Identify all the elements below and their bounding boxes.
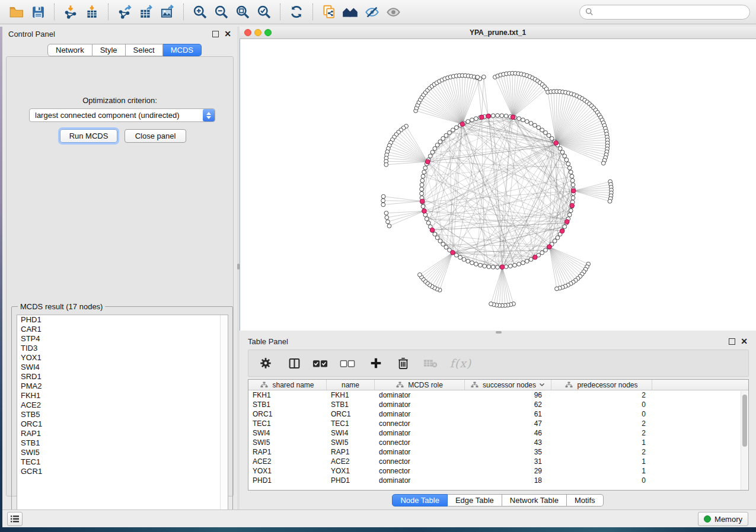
- graph-node[interactable]: [500, 114, 504, 118]
- graph-node[interactable]: [529, 121, 533, 126]
- list-item[interactable]: TEC1: [17, 457, 228, 467]
- delete-column-button[interactable]: [394, 354, 412, 372]
- show-details-button[interactable]: [382, 2, 404, 21]
- graph-node[interactable]: [537, 126, 541, 130]
- list-item[interactable]: PMA2: [17, 382, 228, 391]
- graph-node[interactable]: [474, 117, 479, 121]
- graph-node[interactable]: [441, 136, 445, 140]
- graph-node[interactable]: [420, 191, 424, 196]
- search-field[interactable]: [579, 5, 750, 20]
- graph-node[interactable]: [558, 146, 562, 150]
- graph-node[interactable]: [462, 258, 466, 262]
- export-network-button[interactable]: [114, 2, 135, 21]
- graph-node-mcds[interactable]: [460, 122, 465, 127]
- graph-node[interactable]: [489, 302, 493, 306]
- zoom-selected-button[interactable]: [253, 2, 275, 21]
- graph-node[interactable]: [421, 204, 425, 209]
- graph-node[interactable]: [384, 163, 388, 167]
- column-header-name[interactable]: name: [327, 380, 375, 390]
- graph-node[interactable]: [564, 158, 569, 162]
- tab-select[interactable]: Select: [126, 44, 163, 56]
- table-row[interactable]: SWI5SWI5connector431: [248, 438, 748, 447]
- column-header-MCDS-role[interactable]: MCDS role: [375, 380, 465, 390]
- graph-node[interactable]: [386, 220, 390, 224]
- graph-node[interactable]: [385, 216, 389, 220]
- search-input[interactable]: [594, 8, 744, 17]
- graph-node[interactable]: [426, 221, 430, 225]
- graph-node[interactable]: [418, 273, 422, 277]
- graph-node[interactable]: [563, 154, 567, 158]
- graph-node[interactable]: [474, 262, 479, 266]
- table-row[interactable]: STB1STB1dominator620: [248, 400, 748, 409]
- table-row[interactable]: ACE2ACE2connector311: [248, 457, 748, 466]
- table-row[interactable]: ORC1ORC1dominator610: [248, 409, 748, 419]
- tab-network[interactable]: Network: [47, 44, 92, 56]
- graph-node[interactable]: [381, 203, 385, 207]
- graph-node[interactable]: [441, 242, 445, 246]
- graph-node[interactable]: [540, 128, 544, 132]
- open-session-button[interactable]: [6, 2, 27, 21]
- graph-node[interactable]: [560, 150, 564, 155]
- save-session-button[interactable]: [27, 2, 49, 21]
- graph-node[interactable]: [544, 131, 548, 135]
- column-header-predecessor-nodes[interactable]: predecessor nodes: [551, 380, 652, 390]
- column-header-successor-nodes[interactable]: successor nodes: [465, 380, 551, 390]
- graph-node[interactable]: [421, 174, 425, 178]
- graph-node[interactable]: [563, 225, 567, 229]
- table-row[interactable]: YOX1YOX1connector291: [248, 466, 748, 476]
- graph-node[interactable]: [521, 261, 525, 265]
- graph-node[interactable]: [384, 211, 388, 215]
- graph-node[interactable]: [454, 253, 458, 257]
- graph-node[interactable]: [420, 187, 424, 191]
- graph-node[interactable]: [567, 166, 572, 170]
- tab-motifs[interactable]: Motifs: [567, 494, 604, 507]
- graph-node[interactable]: [567, 213, 572, 217]
- neighbors-button[interactable]: [340, 2, 361, 21]
- graph-node[interactable]: [570, 174, 574, 178]
- graph-node[interactable]: [466, 120, 470, 124]
- list-item[interactable]: SWI4: [17, 363, 228, 372]
- close-panel-icon[interactable]: ✕: [224, 31, 231, 37]
- table-row[interactable]: SWI4SWI4dominator462: [248, 428, 748, 438]
- graph-node[interactable]: [513, 263, 517, 267]
- graph-node[interactable]: [550, 136, 554, 140]
- graph-node[interactable]: [433, 146, 437, 150]
- graph-node[interactable]: [482, 75, 486, 79]
- run-mcds-button[interactable]: Run MCDS: [60, 129, 117, 143]
- graph-node[interactable]: [504, 114, 508, 118]
- graph-node[interactable]: [517, 117, 521, 121]
- graph-node[interactable]: [451, 128, 455, 132]
- graph-node[interactable]: [438, 140, 442, 144]
- graph-node[interactable]: [508, 264, 512, 268]
- list-item[interactable]: PHD1: [17, 315, 228, 325]
- zoom-fit-button[interactable]: [232, 2, 253, 21]
- graph-node[interactable]: [433, 232, 437, 236]
- mcds-list-scrollbar[interactable]: [220, 315, 228, 522]
- table-row[interactable]: PHD1PHD1dominator180: [248, 476, 748, 485]
- graph-node[interactable]: [448, 131, 452, 135]
- graph-node[interactable]: [420, 178, 425, 182]
- criterion-dropdown[interactable]: largest connected component (undirected): [29, 108, 215, 122]
- graph-node[interactable]: [438, 239, 442, 243]
- graph-node[interactable]: [491, 114, 495, 118]
- tab-edge-table[interactable]: Edge Table: [448, 494, 502, 507]
- graph-node[interactable]: [517, 262, 521, 266]
- scrollbar-thumb[interactable]: [742, 395, 747, 447]
- splitter-handle[interactable]: [496, 331, 502, 334]
- graph-node-mcds[interactable]: [570, 203, 575, 208]
- graph-node[interactable]: [547, 133, 551, 137]
- close-panel-button[interactable]: Close panel: [125, 129, 186, 143]
- list-item[interactable]: STB1: [17, 438, 228, 448]
- graph-node[interactable]: [422, 170, 426, 174]
- graph-node[interactable]: [553, 239, 557, 243]
- zoom-in-button[interactable]: [189, 2, 210, 21]
- graph-node[interactable]: [387, 224, 391, 228]
- list-item[interactable]: SRD1: [17, 372, 228, 382]
- graph-node-mcds[interactable]: [511, 115, 515, 120]
- tab-style[interactable]: Style: [92, 44, 126, 56]
- tab-node-table[interactable]: Node Table: [392, 494, 448, 507]
- list-item[interactable]: YOX1: [17, 353, 228, 363]
- float-panel-icon[interactable]: [729, 338, 735, 345]
- graph-node-mcds[interactable]: [480, 115, 484, 120]
- graph-node[interactable]: [556, 236, 560, 240]
